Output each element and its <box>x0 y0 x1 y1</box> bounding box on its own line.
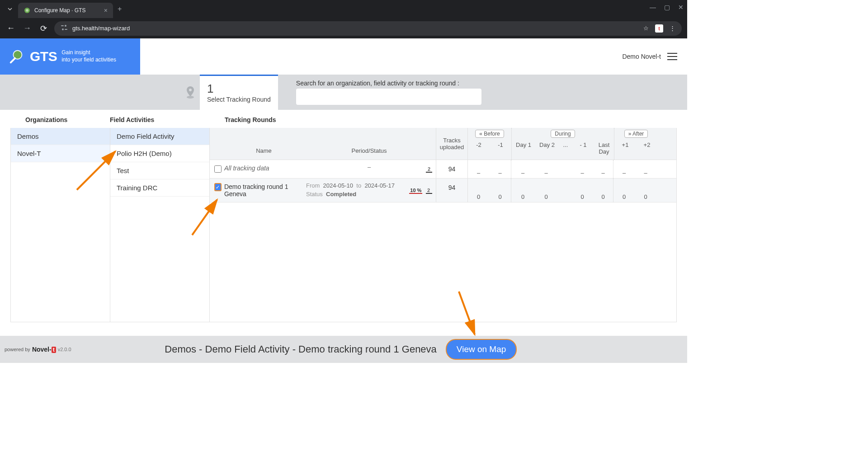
pin-icon <box>181 75 200 110</box>
th-name: Name <box>210 128 302 160</box>
tab-title: Configure Map · GTS <box>34 7 100 14</box>
row-all-a2: – <box>635 160 656 178</box>
tab-bar: Configure Map · GTS × + — ▢ ✕ <box>0 0 687 18</box>
breadcrumb: Demos - Demo Field Activity - Demo track… <box>165 343 437 355</box>
th-before-group: « Before -2 -1 <box>467 128 511 160</box>
col-field-activities: Field Activities <box>110 116 210 123</box>
row1-b2: 0 <box>467 179 489 202</box>
step-label: Select Tracking Round <box>207 96 271 103</box>
row-all-ell <box>558 160 571 178</box>
th-after-p2: +2 <box>636 140 658 153</box>
field-activities-list: Demo Field Activity Polio H2H (Demo) Tes… <box>110 128 210 322</box>
th-ellipsis: ... <box>559 140 572 160</box>
search-input[interactable] <box>296 89 481 105</box>
view-on-map-button[interactable]: View on Map <box>446 339 517 360</box>
th-tracks: Tracks uploaded <box>436 128 467 160</box>
app-header: GTS Gain insight into your field activit… <box>0 38 687 75</box>
row-all-m1: – <box>571 160 593 178</box>
url-field[interactable]: gts.health/map-wizard ☆ t ⋮ <box>54 21 682 36</box>
row1-name: Demo tracking round 1 Geneva <box>224 183 299 198</box>
th-before-m1: -1 <box>490 140 511 153</box>
brand-logo-icon <box>8 48 25 65</box>
browser-chrome: Configure Map · GTS × + — ▢ ✕ ← → ⟳ gts.… <box>0 0 687 38</box>
user-name[interactable]: Demo Novel-t <box>622 53 661 60</box>
url-text: gts.health/map-wizard <box>72 25 130 32</box>
svg-rect-4 <box>65 29 67 30</box>
new-tab-button[interactable]: + <box>118 5 122 13</box>
wizard-step-bar: 1 Select Tracking Round Search for an or… <box>0 75 687 110</box>
th-day2: Day 2 <box>535 140 559 160</box>
footer: powered by Novel-t v2.0.0 Demos - Demo F… <box>0 336 687 363</box>
row-all-name: All tracking data <box>224 165 269 172</box>
svg-point-9 <box>189 89 192 91</box>
back-icon[interactable]: ← <box>5 24 16 33</box>
browser-tab[interactable]: Configure Map · GTS × <box>18 3 113 18</box>
row1-count: 2 <box>426 188 432 194</box>
brand[interactable]: GTS Gain insight into your field activit… <box>0 38 140 75</box>
table-row[interactable]: ✓ Demo tracking round 1 Geneva From 2024… <box>210 179 676 202</box>
menu-icon[interactable] <box>667 53 677 60</box>
maximize-icon[interactable]: ▢ <box>664 4 670 11</box>
th-before-m2: -2 <box>468 140 490 153</box>
tracking-rounds-table: Name Period/Status Tracks uploaded « Bef… <box>210 128 676 322</box>
row-all-b2: – <box>467 160 489 178</box>
table-row-all[interactable]: All tracking data – 2 94 – – – – – – – – <box>210 160 676 179</box>
row1-b1: 0 <box>489 179 511 202</box>
step-card: 1 Select Tracking Round <box>200 75 278 110</box>
svg-rect-2 <box>61 25 64 26</box>
browser-menu-icon[interactable]: ⋮ <box>670 25 675 32</box>
th-day1: Day 1 <box>512 140 535 160</box>
row-all-d2: – <box>534 160 558 178</box>
row-all-ld: – <box>593 160 613 178</box>
row1-a1: 0 <box>613 179 635 202</box>
org-item-novelt[interactable]: Novel-T <box>11 145 110 162</box>
row1-checkbox[interactable]: ✓ <box>214 183 222 191</box>
row1-d1: 0 <box>511 179 534 202</box>
th-during-group: During Day 1 Day 2 ... - 1 Last Day <box>511 128 614 160</box>
tab-list-dropdown[interactable] <box>4 3 16 15</box>
row1-ell <box>558 179 571 202</box>
powered-by: powered by Novel-t v2.0.0 <box>5 346 71 353</box>
row-all-b1: – <box>489 160 511 178</box>
org-item-demos[interactable]: Demos <box>11 128 110 145</box>
search-area: Search for an organization, field activi… <box>296 75 481 110</box>
reload-icon[interactable]: ⟳ <box>38 24 49 33</box>
column-titles: Organizations Field Activities Tracking … <box>0 110 687 128</box>
minimize-icon[interactable]: — <box>650 4 656 11</box>
row1-a2: 0 <box>635 179 656 202</box>
selection-grid: Demos Novel-T Demo Field Activity Polio … <box>10 128 677 322</box>
after-button[interactable]: » After <box>624 130 648 138</box>
row-all-tracks: 94 <box>436 160 467 178</box>
version: v2.0.0 <box>58 347 71 352</box>
fa-item-training[interactable]: Training DRC <box>110 179 209 197</box>
bookmark-star-icon[interactable]: ☆ <box>643 25 649 32</box>
row1-ld: 0 <box>593 179 613 202</box>
site-settings-icon[interactable] <box>61 24 68 32</box>
fa-item-polio[interactable]: Polio H2H (Demo) <box>110 145 209 162</box>
th-lastday: Last Day <box>594 140 614 160</box>
svg-point-3 <box>65 25 66 27</box>
organizations-list: Demos Novel-T <box>11 128 110 322</box>
row-all-count: 2 <box>426 166 432 173</box>
fa-item-demo[interactable]: Demo Field Activity <box>110 128 209 145</box>
row1-tracks: 94 <box>436 179 467 202</box>
col-tracking-rounds: Tracking Rounds <box>210 116 276 123</box>
table-header: Name Period/Status Tracks uploaded « Bef… <box>210 128 676 160</box>
col-organizations: Organizations <box>0 116 110 123</box>
before-button[interactable]: « Before <box>475 130 504 138</box>
fa-item-test[interactable]: Test <box>110 162 209 179</box>
during-button[interactable]: During <box>551 130 575 138</box>
row1-m1: 0 <box>571 179 593 202</box>
row1-pct: 10 % <box>409 188 422 194</box>
step-number: 1 <box>207 82 271 96</box>
row-all-d1: – <box>511 160 534 178</box>
row-all-checkbox[interactable] <box>214 165 222 173</box>
extension-icon[interactable]: t <box>655 24 663 33</box>
close-window-icon[interactable]: ✕ <box>678 4 684 11</box>
tab-close-icon[interactable]: × <box>104 7 108 14</box>
search-label: Search for an organization, field activi… <box>296 80 481 87</box>
window-controls: — ▢ ✕ <box>650 4 684 11</box>
svg-point-5 <box>62 28 64 30</box>
forward-icon[interactable]: → <box>22 24 33 33</box>
tab-favicon-icon <box>24 7 31 14</box>
